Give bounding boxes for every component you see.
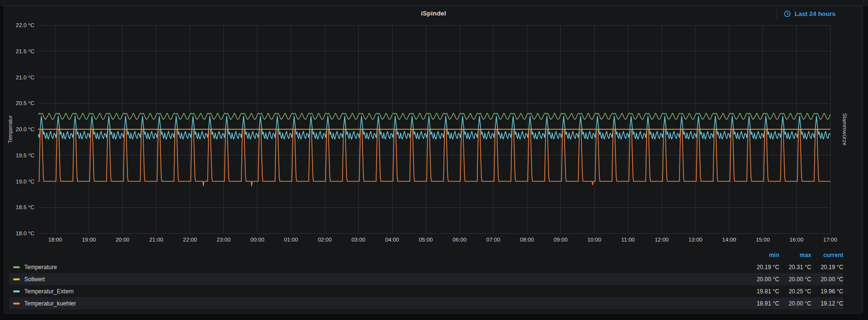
y-axis-tick-label: 19.0 °C	[16, 179, 34, 184]
legend-values: 19.81 °C 20.25 °C 19.96 °C	[747, 288, 843, 295]
x-axis-tick-label: 17:00	[823, 237, 837, 243]
series-max: 20.31 °C	[779, 264, 811, 271]
ispindel-panel: iSpindel Last 24 hours 22.0 °C21.5 °C21.…	[4, 6, 863, 314]
x-axis-tick-label: 18:00	[48, 237, 62, 243]
x-axis-tick-label: 15:00	[756, 237, 770, 243]
legend-values: 18.91 °C 20.00 °C 19.12 °C	[747, 300, 843, 307]
x-axis-tick-label: 14:00	[722, 237, 736, 243]
timeseries-chart[interactable]: 22.0 °C21.5 °C21.0 °C20.5 °C20.0 °C19.5 …	[4, 6, 864, 248]
series-color-swatch[interactable]	[13, 266, 20, 268]
series-max: 20.25 °C	[779, 288, 811, 295]
x-axis-tick-label: 04:00	[385, 237, 399, 243]
x-axis-tick-label: 12:00	[655, 237, 669, 243]
series-min: 18.91 °C	[747, 300, 779, 307]
legend-sort-current[interactable]: current	[811, 252, 843, 259]
x-axis-tick-label: 19:00	[82, 237, 96, 243]
series-min: 19.81 °C	[747, 288, 779, 295]
series-current: 19.96 °C	[811, 288, 843, 295]
top-navbar	[0, 0, 868, 6]
series-color-swatch[interactable]	[13, 303, 20, 305]
y-axis-tick-label: 19.5 °C	[16, 152, 34, 158]
series-current: 20.00 °C	[811, 276, 843, 283]
x-axis-tick-label: 13:00	[688, 237, 702, 243]
series-name[interactable]: Temperature	[24, 264, 57, 271]
x-axis-tick-label: 01:00	[284, 237, 298, 243]
legend-values: 20.19 °C 20.31 °C 20.19 °C	[747, 264, 843, 271]
legend-row[interactable]: Temperatur_Extern 19.81 °C 20.25 °C 19.9…	[9, 285, 843, 297]
legend-header: min max current	[9, 249, 843, 261]
y-axis-tick-label: 18.0 °C	[16, 230, 34, 236]
series-color-swatch[interactable]	[13, 290, 20, 292]
legend-row[interactable]: Temperatur_kuehler 18.91 °C 20.00 °C 19.…	[9, 297, 843, 309]
x-axis-tick-label: 11:00	[621, 237, 635, 243]
x-axis-tick-label: 07:00	[486, 237, 500, 243]
x-axis-tick-label: 09:00	[553, 237, 568, 243]
y-axis-left-title: Temperatur	[7, 115, 13, 143]
x-axis-tick-label: 23:00	[217, 237, 231, 243]
legend-sort-max[interactable]: max	[779, 252, 811, 259]
y-axis-tick-label: 18.5 °C	[16, 204, 34, 210]
navbar-divider	[4, 0, 4, 5]
legend-sort-min[interactable]: min	[747, 252, 779, 259]
x-axis-tick-label: 00:00	[251, 237, 265, 243]
series-min: 20.19 °C	[747, 264, 779, 271]
x-axis-tick-label: 10:00	[587, 237, 601, 243]
y-axis-tick-label: 21.5 °C	[16, 48, 34, 54]
series-max: 20.00 °C	[779, 276, 811, 283]
legend: min max current Temperature 20.19 °C 20.…	[9, 249, 843, 309]
series-current: 19.12 °C	[811, 300, 843, 307]
x-axis-tick-label: 08:00	[520, 237, 534, 243]
x-axis-tick-label: 03:00	[351, 237, 365, 243]
series-name[interactable]: Temperatur_Extern	[24, 288, 74, 295]
x-axis-tick-label: 20:00	[115, 237, 129, 243]
y-axis-tick-label: 20.0 °C	[16, 126, 34, 132]
x-axis-tick-label: 06:00	[453, 237, 467, 243]
series-line-Temperature	[38, 113, 830, 120]
series-current: 20.19 °C	[811, 264, 843, 271]
y-axis-tick-label: 20.5 °C	[16, 100, 34, 106]
x-axis-tick-label: 05:00	[419, 237, 433, 243]
y-axis-tick-label: 21.0 °C	[16, 75, 34, 80]
series-max: 20.00 °C	[779, 300, 811, 307]
y-axis-tick-label: 22.0 °C	[16, 22, 34, 28]
series-min: 20.00 °C	[747, 276, 779, 283]
series-color-swatch[interactable]	[13, 278, 20, 280]
legend-row[interactable]: Sollwert 20.00 °C 20.00 °C 20.00 °C	[9, 273, 843, 285]
legend-row[interactable]: Temperature 20.19 °C 20.31 °C 20.19 °C	[9, 261, 843, 273]
y-axis-right-title: Stammwürze	[842, 113, 848, 145]
x-axis-tick-label: 22:00	[183, 237, 197, 243]
series-name[interactable]: Temperatur_kuehler	[24, 300, 76, 307]
legend-values: 20.00 °C 20.00 °C 20.00 °C	[747, 276, 843, 283]
series-name[interactable]: Sollwert	[24, 276, 45, 283]
navbar-divider	[864, 0, 864, 5]
x-axis-tick-label: 21:00	[149, 237, 163, 243]
x-axis-tick-label: 16:00	[789, 237, 804, 243]
x-axis-tick-label: 02:00	[318, 237, 332, 243]
series-line-Temperatur_Extern	[38, 116, 830, 139]
